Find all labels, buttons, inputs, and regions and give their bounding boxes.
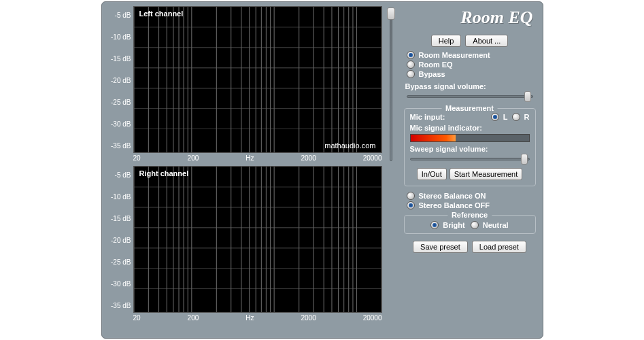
mic-radio-r[interactable]: R <box>512 113 530 121</box>
y-tick: -30 dB <box>109 280 131 288</box>
radio-icon <box>407 201 415 209</box>
x-tick: 20 <box>133 154 141 162</box>
x-tick: 2000 <box>301 314 316 322</box>
x-tick: 20 <box>133 314 141 322</box>
y-tick: -10 dB <box>109 33 131 41</box>
y-tick: -20 dB <box>109 237 131 245</box>
y-axis-left: -5 dB -10 dB -15 dB -20 dB -25 dB -30 dB… <box>109 6 133 153</box>
y-tick: -10 dB <box>109 193 131 201</box>
x-tick: 20000 <box>363 314 382 322</box>
mic-radio-l[interactable]: L <box>491 113 508 121</box>
y-tick: -15 dB <box>109 55 131 63</box>
y-tick: -35 dB <box>109 142 131 150</box>
reference-neutral-radio[interactable]: Neutral <box>471 221 509 229</box>
plot-right: Right channel <box>133 166 382 313</box>
plot-title-right: Right channel <box>139 169 189 177</box>
slider-track <box>410 158 530 160</box>
radio-label: R <box>524 113 530 121</box>
stereo-balance-off-radio[interactable]: Stereo Balance OFF <box>407 201 537 209</box>
fieldset-title: Measurement <box>441 104 498 112</box>
radio-icon <box>430 221 439 229</box>
app-panel: -5 dB -10 dB -15 dB -20 dB -25 dB -30 dB… <box>101 1 543 339</box>
mic-input-label: Mic input: <box>410 113 445 121</box>
side-panel: Room EQ Help About ... Room Measurement … <box>403 6 537 334</box>
charts-column: -5 dB -10 dB -15 dB -20 dB -25 dB -30 dB… <box>109 6 382 334</box>
plot-title-left: Left channel <box>139 10 184 18</box>
plot-left: Left channel mathaudio.com <box>133 6 382 153</box>
zoom-slider[interactable] <box>386 7 396 161</box>
sweep-volume-label: Sweep signal volume: <box>410 145 530 153</box>
radio-icon <box>407 51 415 59</box>
radio-label: Neutral <box>483 221 509 229</box>
load-preset-button[interactable]: Load preset <box>472 241 526 253</box>
grid-svg <box>134 167 382 312</box>
y-tick: -5 dB <box>109 171 131 180</box>
radio-icon <box>491 113 499 121</box>
radio-icon <box>407 70 415 78</box>
measurement-fieldset: Measurement Mic input: L R Mic signal in… <box>404 108 536 186</box>
bypass-volume-label: Bypass signal volume: <box>403 82 537 90</box>
bypass-volume-slider[interactable] <box>407 92 533 101</box>
help-button[interactable]: Help <box>431 35 462 47</box>
radio-label: L <box>503 113 508 121</box>
y-tick: -5 dB <box>109 12 131 20</box>
app-title: Room EQ <box>403 7 537 28</box>
start-measurement-button[interactable]: Start Measurement <box>450 168 523 180</box>
radio-label: Stereo Balance ON <box>419 192 486 200</box>
save-preset-button[interactable]: Save preset <box>413 241 468 253</box>
x-tick: 20000 <box>363 154 382 162</box>
sweep-volume-slider[interactable] <box>410 154 530 164</box>
y-tick: -25 dB <box>109 99 131 107</box>
slider-track <box>407 95 533 98</box>
radio-icon <box>512 113 520 121</box>
mic-indicator-label: Mic signal indicator: <box>410 124 530 132</box>
x-tick: 2000 <box>301 154 316 162</box>
stereo-balance-group: Stereo Balance ON Stereo Balance OFF <box>403 192 537 209</box>
chart-left: -5 dB -10 dB -15 dB -20 dB -25 dB -30 dB… <box>109 6 382 162</box>
mode-radio-bypass[interactable]: Bypass <box>407 70 537 78</box>
reference-fieldset: Reference Bright Neutral <box>404 215 536 234</box>
y-tick: -25 dB <box>109 258 131 267</box>
y-axis-right: -5 dB -10 dB -15 dB -20 dB -25 dB -30 dB… <box>109 166 133 313</box>
in-out-button[interactable]: In/Out <box>417 168 447 180</box>
radio-label: Bright <box>443 221 464 229</box>
slider-thumb[interactable] <box>387 7 395 20</box>
stereo-balance-on-radio[interactable]: Stereo Balance ON <box>407 192 537 200</box>
mode-radio-measurement[interactable]: Room Measurement <box>407 51 537 59</box>
grid-svg <box>134 7 382 152</box>
radio-label: Room EQ <box>419 61 453 69</box>
x-tick: 200 <box>188 314 199 322</box>
mic-signal-indicator <box>410 134 530 142</box>
radio-icon <box>407 61 415 69</box>
fieldset-title: Reference <box>447 211 492 219</box>
x-tick: Hz <box>245 154 254 162</box>
y-tick: -15 dB <box>109 215 131 223</box>
y-tick: -20 dB <box>109 77 131 85</box>
radio-icon <box>407 192 415 200</box>
y-tick: -30 dB <box>109 120 131 129</box>
x-tick: 200 <box>188 154 199 162</box>
slider-track <box>390 7 392 161</box>
about-button[interactable]: About ... <box>465 35 508 47</box>
slider-thumb[interactable] <box>521 154 528 165</box>
radio-icon <box>471 221 479 229</box>
mode-radio-eq[interactable]: Room EQ <box>407 61 537 69</box>
x-axis-left: 20 200 Hz 2000 20000 <box>109 153 382 162</box>
vertical-slider-column <box>386 6 399 334</box>
radio-label: Room Measurement <box>419 51 490 59</box>
y-tick: -35 dB <box>109 302 131 310</box>
chart-right: -5 dB -10 dB -15 dB -20 dB -25 dB -30 dB… <box>109 166 382 322</box>
mode-radio-group: Room Measurement Room EQ Bypass <box>403 51 537 78</box>
slider-thumb[interactable] <box>524 91 531 102</box>
x-axis-right: 20 200 Hz 2000 20000 <box>109 313 382 322</box>
radio-label: Stereo Balance OFF <box>419 201 490 209</box>
reference-bright-radio[interactable]: Bright <box>430 221 464 229</box>
x-tick: Hz <box>245 314 254 322</box>
radio-label: Bypass <box>419 70 445 78</box>
watermark: mathaudio.com <box>324 141 375 150</box>
